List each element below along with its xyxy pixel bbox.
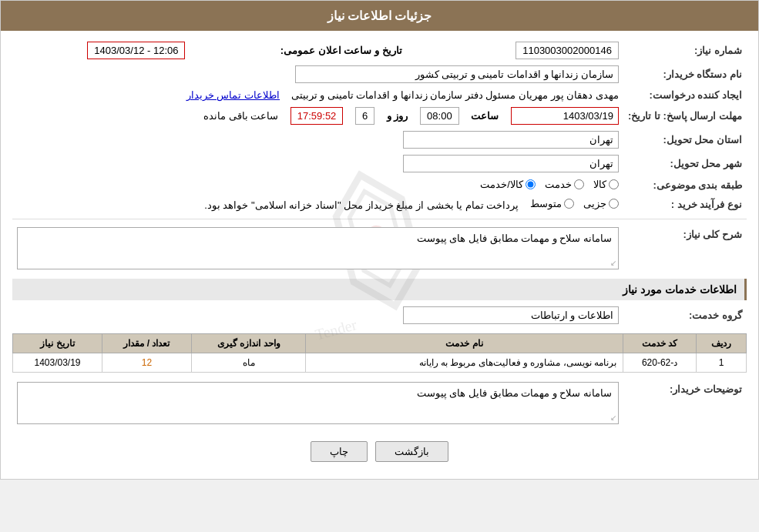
category-option-kala-khedmat[interactable]: کالا/خدمت (480, 179, 536, 190)
deadline-clock: 17:59:52 (291, 107, 344, 125)
divider-1 (12, 219, 747, 219)
category-option-kala[interactable]: کالا (593, 179, 619, 190)
col-header-quantity: تعداد / مقدار (102, 334, 192, 353)
buyer-desc-label: توضیحات خریدار: (623, 379, 747, 427)
org-name-value: سازمان زندانها و اقدامات تامینی و تربیتی… (295, 65, 619, 83)
announcement-datetime-value: 1403/03/12 - 12:06 (87, 42, 185, 59)
deadline-date: 1403/03/19 (511, 107, 619, 125)
deadline-label: مهلت ارسال پاسخ: تا تاریخ: (623, 104, 747, 128)
purchase-type-note: پرداخت تمام یا بخشی از مبلغ خریداز محل "… (204, 199, 519, 211)
description-label: شرح کلی نیاز: (623, 224, 747, 273)
purchase-type-radio-jozi[interactable] (609, 199, 619, 209)
buyer-desc-value: سامانه سلاح و مهمات مطابق فایل های پیوست (417, 387, 612, 399)
service-group-value: اطلاعات و ارتباطات (403, 306, 619, 324)
requester-label: ایجاد کننده درخواست: (623, 86, 747, 104)
category-radio-kala-khedmat[interactable] (526, 179, 536, 189)
remaining-label: ساعت باقی مانده (203, 110, 278, 122)
request-number-label: شماره نیاز: (623, 38, 747, 62)
category-label-kala-khedmat: کالا/خدمت (480, 179, 523, 190)
cell-date: 1403/03/19 (13, 353, 102, 373)
time-label: ساعت (471, 110, 499, 122)
category-label: طبقه بندی موضوعی: (623, 176, 747, 195)
request-number-value: 1103003002000146 (516, 42, 619, 59)
category-option-khedmat[interactable]: خدمت (545, 179, 584, 190)
col-header-row: ردیف (697, 334, 747, 353)
purchase-type-label-jozi: جزیی (583, 198, 606, 209)
days-label: روز و (387, 110, 408, 122)
cell-code: د-62-620 (623, 353, 696, 373)
col-header-code: کد خدمت (623, 334, 696, 353)
page-title: جزئیات اطلاعات نیاز (1, 1, 758, 31)
org-name-label: نام دستگاه خریدار: (623, 62, 747, 86)
purchase-type-jozi[interactable]: جزیی (583, 198, 619, 209)
category-label-kala: کالا (593, 179, 606, 190)
print-button[interactable]: چاپ (311, 441, 368, 462)
col-header-date: تاریخ نیاز (13, 334, 102, 353)
category-radio-group: کالا خدمت کالا/خدمت (480, 179, 619, 190)
deadline-days: 6 (355, 107, 374, 125)
city-label: شهر محل تحویل: (623, 152, 747, 176)
cell-quantity: 12 (102, 353, 192, 373)
purchase-type-radio-motovaset[interactable] (564, 199, 574, 209)
announcement-datetime-label: تاریخ و ساعت اعلان عمومی: (190, 38, 406, 62)
category-radio-kala[interactable] (609, 179, 619, 189)
buyer-desc-textarea[interactable]: سامانه سلاح و مهمات مطابق فایل های پیوست… (17, 382, 619, 424)
footer-buttons: بازگشت چاپ (12, 432, 747, 471)
province-value: تهران (403, 131, 619, 149)
description-value: سامانه سلاح و مهمات مطابق فایل های پیوست (417, 233, 612, 244)
table-row: 1 د-62-620 برنامه نویسی، مشاوره و فعالیت… (13, 353, 747, 373)
purchase-type-motovaset[interactable]: متوسط (530, 198, 574, 209)
requester-contact-link[interactable]: اطلاعات تماس خریدار (186, 89, 280, 101)
col-header-unit: واحد اندازه گیری (191, 334, 306, 353)
back-button[interactable]: بازگشت (375, 441, 448, 462)
cell-row: 1 (697, 353, 747, 373)
service-group-label: گروه خدمت: (623, 303, 747, 327)
category-label-khedmat: خدمت (545, 179, 572, 190)
deadline-time: 08:00 (420, 107, 459, 125)
category-radio-khedmat[interactable] (574, 179, 584, 189)
province-label: استان محل تحویل: (623, 128, 747, 152)
cell-unit: ماه (191, 353, 306, 373)
requester-value: مهدی دهقان پور مهریان مسئول دفتر سازمان … (291, 89, 619, 101)
services-table: ردیف کد خدمت نام خدمت واحد اندازه گیری ت… (12, 333, 747, 373)
col-header-name: نام خدمت (306, 334, 623, 353)
description-textarea[interactable]: سامانه سلاح و مهمات مطابق فایل های پیوست… (17, 227, 619, 269)
city-value: تهران (403, 155, 619, 172)
purchase-type-label: نوع فرآیند خرید : (623, 195, 747, 214)
services-section-header: اطلاعات خدمات مورد نیاز (12, 279, 747, 300)
cell-name: برنامه نویسی، مشاوره و فعالیت‌های مربوط … (306, 353, 623, 373)
purchase-type-radio-group: جزیی متوسط (530, 198, 619, 209)
purchase-type-label-motovaset: متوسط (530, 198, 562, 209)
